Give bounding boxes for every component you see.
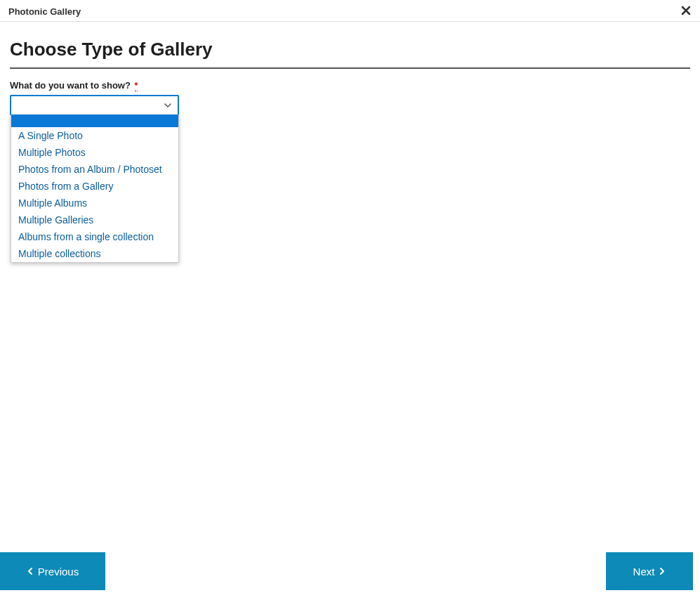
gallery-type-dropdown: A Single Photo Multiple Photos Photos fr… — [11, 115, 179, 263]
dropdown-option-gallery[interactable]: Photos from a Gallery — [11, 178, 178, 195]
page-title: Choose Type of Gallery — [10, 39, 690, 69]
dropdown-option-multiple-galleries[interactable]: Multiple Galleries — [11, 211, 178, 228]
next-label: Next — [633, 566, 655, 578]
previous-label: Previous — [38, 566, 79, 578]
chevron-left-icon — [27, 567, 34, 575]
chevron-down-icon — [164, 101, 172, 110]
field-label-text: What do you want to show? — [10, 80, 131, 91]
dropdown-option-multiple-photos[interactable]: Multiple Photos — [11, 144, 178, 161]
dropdown-option-album-photoset[interactable]: Photos from an Album / Photoset — [11, 161, 178, 178]
chevron-right-icon — [659, 567, 666, 575]
previous-button[interactable]: Previous — [0, 552, 105, 590]
dropdown-option-blank[interactable] — [11, 115, 178, 127]
footer-nav: Previous Next — [0, 552, 700, 590]
dropdown-option-single-photo[interactable]: A Single Photo — [11, 127, 178, 144]
gallery-type-select-wrapper: A Single Photo Multiple Photos Photos fr… — [10, 95, 179, 116]
next-button[interactable]: Next — [606, 552, 693, 590]
close-icon[interactable] — [679, 4, 693, 18]
gallery-type-label: What do you want to show? * — [10, 80, 690, 91]
gallery-type-select[interactable] — [10, 95, 179, 116]
modal-title: Photonic Gallery — [8, 6, 81, 17]
dropdown-option-multiple-albums[interactable]: Multiple Albums — [11, 195, 178, 211]
content-area: Choose Type of Gallery What do you want … — [0, 22, 700, 116]
modal-header: Photonic Gallery — [0, 0, 700, 22]
dropdown-option-single-collection[interactable]: Albums from a single collection — [11, 228, 178, 245]
required-mark: * — [135, 81, 138, 91]
dropdown-option-multiple-collections[interactable]: Multiple collections — [11, 245, 178, 262]
